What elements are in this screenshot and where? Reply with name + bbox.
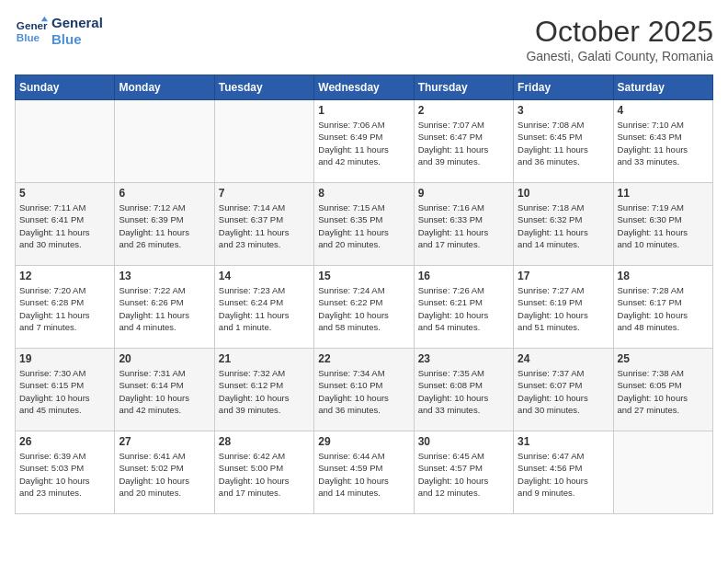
calendar-cell: 18Sunrise: 7:28 AM Sunset: 6:17 PM Dayli… (613, 266, 712, 349)
day-info: Sunrise: 7:08 AM Sunset: 6:45 PM Dayligh… (518, 119, 609, 167)
calendar-cell: 22Sunrise: 7:34 AM Sunset: 6:10 PM Dayli… (314, 349, 414, 431)
day-info: Sunrise: 7:10 AM Sunset: 6:43 PM Dayligh… (618, 119, 709, 167)
calendar-cell: 29Sunrise: 6:44 AM Sunset: 4:59 PM Dayli… (314, 431, 414, 514)
calendar-cell: 26Sunrise: 6:39 AM Sunset: 5:03 PM Dayli… (16, 431, 115, 514)
weekday-header-thursday: Thursday (414, 75, 513, 100)
day-info: Sunrise: 7:24 AM Sunset: 6:22 PM Dayligh… (318, 284, 409, 333)
day-number: 27 (119, 435, 210, 448)
day-info: Sunrise: 7:12 AM Sunset: 6:39 PM Dayligh… (119, 201, 210, 250)
calendar-cell: 1Sunrise: 7:06 AM Sunset: 6:49 PM Daylig… (314, 100, 414, 183)
month-title: October 2025 (526, 15, 713, 49)
day-number: 9 (418, 187, 509, 200)
weekday-header-monday: Monday (115, 75, 214, 100)
calendar-cell: 8Sunrise: 7:15 AM Sunset: 6:35 PM Daylig… (314, 183, 414, 266)
day-info: Sunrise: 7:34 AM Sunset: 6:10 PM Dayligh… (318, 367, 409, 416)
calendar-cell: 17Sunrise: 7:27 AM Sunset: 6:19 PM Dayli… (514, 266, 613, 349)
day-number: 28 (219, 435, 310, 448)
day-number: 4 (618, 104, 709, 117)
calendar-cell: 2Sunrise: 7:07 AM Sunset: 6:47 PM Daylig… (414, 100, 513, 183)
day-info: Sunrise: 7:28 AM Sunset: 6:17 PM Dayligh… (618, 284, 709, 333)
weekday-header-friday: Friday (514, 75, 613, 100)
svg-text:Blue: Blue (17, 31, 40, 43)
calendar-cell: 23Sunrise: 7:35 AM Sunset: 6:08 PM Dayli… (414, 349, 513, 431)
day-number: 24 (518, 352, 609, 365)
page-header: General Blue GeneralBlue October 2025 Ga… (15, 15, 713, 63)
day-number: 1 (318, 104, 409, 117)
calendar-cell (613, 431, 712, 514)
day-info: Sunrise: 7:07 AM Sunset: 6:47 PM Dayligh… (418, 119, 509, 167)
calendar-cell: 4Sunrise: 7:10 AM Sunset: 6:43 PM Daylig… (613, 100, 712, 183)
day-number: 21 (219, 352, 310, 365)
calendar-cell: 7Sunrise: 7:14 AM Sunset: 6:37 PM Daylig… (214, 183, 313, 266)
day-info: Sunrise: 7:26 AM Sunset: 6:21 PM Dayligh… (418, 284, 509, 333)
day-info: Sunrise: 7:18 AM Sunset: 6:32 PM Dayligh… (518, 201, 609, 250)
calendar-cell: 27Sunrise: 6:41 AM Sunset: 5:02 PM Dayli… (115, 431, 214, 514)
day-number: 7 (219, 187, 310, 200)
day-number: 11 (618, 187, 709, 200)
calendar-cell: 11Sunrise: 7:19 AM Sunset: 6:30 PM Dayli… (613, 183, 712, 266)
day-info: Sunrise: 6:41 AM Sunset: 5:02 PM Dayligh… (119, 450, 210, 499)
day-number: 25 (618, 352, 709, 365)
day-info: Sunrise: 7:31 AM Sunset: 6:14 PM Dayligh… (119, 367, 210, 416)
day-info: Sunrise: 6:39 AM Sunset: 5:03 PM Dayligh… (19, 450, 110, 499)
day-info: Sunrise: 7:06 AM Sunset: 6:49 PM Dayligh… (318, 119, 409, 167)
day-number: 31 (518, 435, 609, 448)
day-info: Sunrise: 7:38 AM Sunset: 6:05 PM Dayligh… (618, 367, 709, 416)
day-number: 10 (518, 187, 609, 200)
calendar-cell (16, 100, 115, 183)
calendar-cell: 9Sunrise: 7:16 AM Sunset: 6:33 PM Daylig… (414, 183, 513, 266)
day-info: Sunrise: 7:35 AM Sunset: 6:08 PM Dayligh… (418, 367, 509, 416)
day-number: 8 (318, 187, 409, 200)
calendar-cell: 20Sunrise: 7:31 AM Sunset: 6:14 PM Dayli… (115, 349, 214, 431)
day-number: 30 (418, 435, 509, 448)
calendar-cell: 24Sunrise: 7:37 AM Sunset: 6:07 PM Dayli… (514, 349, 613, 431)
day-info: Sunrise: 6:44 AM Sunset: 4:59 PM Dayligh… (318, 450, 409, 499)
day-info: Sunrise: 7:37 AM Sunset: 6:07 PM Dayligh… (518, 367, 609, 416)
day-number: 15 (318, 270, 409, 282)
calendar-cell: 14Sunrise: 7:23 AM Sunset: 6:24 PM Dayli… (214, 266, 313, 349)
title-block: October 2025 Ganesti, Galati County, Rom… (526, 15, 713, 63)
calendar-cell: 16Sunrise: 7:26 AM Sunset: 6:21 PM Dayli… (414, 266, 513, 349)
weekday-header-wednesday: Wednesday (314, 75, 414, 100)
calendar-cell: 12Sunrise: 7:20 AM Sunset: 6:28 PM Dayli… (16, 266, 115, 349)
day-info: Sunrise: 6:45 AM Sunset: 4:57 PM Dayligh… (418, 450, 509, 499)
day-number: 16 (418, 270, 509, 282)
day-info: Sunrise: 7:22 AM Sunset: 6:26 PM Dayligh… (119, 284, 210, 333)
calendar-cell (115, 100, 214, 183)
weekday-header-sunday: Sunday (16, 75, 115, 100)
day-info: Sunrise: 7:20 AM Sunset: 6:28 PM Dayligh… (19, 284, 110, 333)
day-info: Sunrise: 7:14 AM Sunset: 6:37 PM Dayligh… (219, 201, 310, 250)
calendar-cell: 28Sunrise: 6:42 AM Sunset: 5:00 PM Dayli… (214, 431, 313, 514)
day-info: Sunrise: 7:27 AM Sunset: 6:19 PM Dayligh… (518, 284, 609, 333)
day-number: 29 (318, 435, 409, 448)
day-number: 13 (119, 270, 210, 282)
day-info: Sunrise: 7:11 AM Sunset: 6:41 PM Dayligh… (19, 201, 110, 250)
day-number: 22 (318, 352, 409, 365)
logo-icon: General Blue (15, 15, 48, 48)
day-info: Sunrise: 7:16 AM Sunset: 6:33 PM Dayligh… (418, 201, 509, 250)
day-number: 14 (219, 270, 310, 282)
calendar-cell: 30Sunrise: 6:45 AM Sunset: 4:57 PM Dayli… (414, 431, 513, 514)
calendar-cell: 13Sunrise: 7:22 AM Sunset: 6:26 PM Dayli… (115, 266, 214, 349)
day-number: 5 (19, 187, 110, 200)
day-info: Sunrise: 7:30 AM Sunset: 6:15 PM Dayligh… (19, 367, 110, 416)
calendar-cell: 5Sunrise: 7:11 AM Sunset: 6:41 PM Daylig… (16, 183, 115, 266)
weekday-header-tuesday: Tuesday (214, 75, 313, 100)
day-number: 17 (518, 270, 609, 282)
calendar-cell: 15Sunrise: 7:24 AM Sunset: 6:22 PM Dayli… (314, 266, 414, 349)
calendar-cell (214, 100, 313, 183)
day-number: 18 (618, 270, 709, 282)
day-number: 3 (518, 104, 609, 117)
calendar-cell: 6Sunrise: 7:12 AM Sunset: 6:39 PM Daylig… (115, 183, 214, 266)
day-number: 19 (19, 352, 110, 365)
calendar-cell: 10Sunrise: 7:18 AM Sunset: 6:32 PM Dayli… (514, 183, 613, 266)
calendar-table: SundayMondayTuesdayWednesdayThursdayFrid… (15, 75, 713, 514)
logo: General Blue GeneralBlue (15, 15, 103, 48)
location-subtitle: Ganesti, Galati County, Romania (526, 49, 713, 63)
day-number: 2 (418, 104, 509, 117)
day-number: 12 (19, 270, 110, 282)
day-info: Sunrise: 7:32 AM Sunset: 6:12 PM Dayligh… (219, 367, 310, 416)
day-number: 6 (119, 187, 210, 200)
day-number: 23 (418, 352, 509, 365)
day-info: Sunrise: 6:47 AM Sunset: 4:56 PM Dayligh… (518, 450, 609, 499)
